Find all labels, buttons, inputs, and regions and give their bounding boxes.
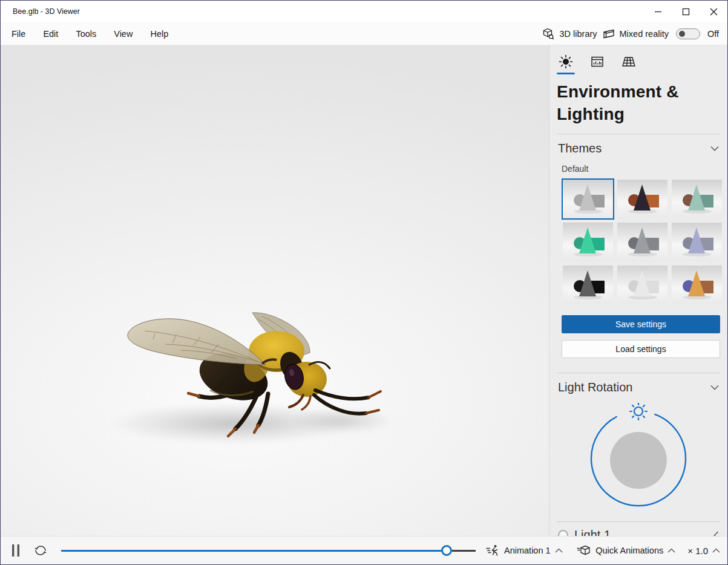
theme-thumbnail-warm-orange[interactable]: [616, 178, 669, 220]
theme-thumbnail-vivid[interactable]: [671, 264, 723, 305]
mixed-reality-state: Off: [707, 29, 719, 39]
chevron-up-icon[interactable]: [667, 548, 675, 553]
mixed-reality-icon: [602, 27, 615, 41]
quick-animations-selector[interactable]: Quick Animations: [576, 544, 675, 557]
themes-section-header[interactable]: Themes: [557, 134, 720, 162]
menu-items: File Edit Tools View Help: [1, 29, 186, 39]
chevron-down-icon: [710, 146, 719, 151]
title-bar: Bee.glb - 3D Viewer: [1, 1, 727, 22]
mixed-reality-toggle[interactable]: [676, 28, 700, 39]
themes-group-label: Default: [562, 164, 720, 174]
light-rotation-section-header[interactable]: Light Rotation: [557, 373, 720, 400]
menu-tools[interactable]: Tools: [76, 29, 96, 39]
load-settings-button[interactable]: Load settings: [562, 340, 720, 358]
themes-label: Themes: [558, 142, 602, 155]
light1-indicator[interactable]: [558, 530, 568, 536]
light-rotation-dial[interactable]: [587, 403, 690, 507]
theme-thumbnail-mid-gray[interactable]: [616, 221, 669, 263]
close-icon: [710, 8, 718, 16]
3d-library-label: 3D library: [559, 29, 597, 39]
quick-animations-icon: [576, 544, 591, 557]
grid-plane-icon: [621, 54, 637, 69]
timeline-slider[interactable]: [61, 544, 476, 557]
timeline-track-filled[interactable]: [61, 550, 447, 552]
chevron-up-icon[interactable]: [712, 548, 720, 553]
save-settings-button[interactable]: Save settings: [562, 315, 720, 333]
panel-title: Environment & Lighting: [557, 80, 720, 125]
menu-file[interactable]: File: [11, 29, 25, 39]
3d-library-button[interactable]: 3D library: [542, 27, 597, 41]
theme-thumbnail-black[interactable]: [562, 264, 614, 305]
close-button[interactable]: [700, 1, 727, 22]
sun-handle-icon: [630, 403, 647, 420]
tab-environment-lighting[interactable]: [557, 54, 575, 74]
window-controls: [644, 1, 727, 22]
timeline-track-remaining[interactable]: [452, 550, 476, 552]
active-tab-underline: [557, 73, 575, 74]
stats-icon: [590, 54, 605, 69]
3d-viewport[interactable]: [1, 45, 549, 536]
settings-panel: Environment & Lighting Themes Default Sa…: [549, 45, 727, 536]
theme-thumbnail-lavender[interactable]: [671, 221, 723, 263]
themes-grid: [562, 178, 720, 305]
app-window: Bee.glb - 3D Viewer File Edit Tools View…: [0, 0, 728, 565]
loop-button[interactable]: [33, 544, 48, 557]
playback-speed-label: × 1.0: [687, 546, 708, 556]
quick-animations-label: Quick Animations: [595, 546, 663, 555]
sun-icon: [559, 54, 573, 69]
theme-thumbnail-gray-default[interactable]: [562, 178, 614, 220]
menu-bar: File Edit Tools View Help 3D library M: [1, 22, 727, 45]
menu-edit[interactable]: Edit: [43, 29, 58, 39]
window-title: Bee.glb - 3D Viewer: [1, 7, 80, 16]
menu-help[interactable]: Help: [150, 29, 168, 39]
timeline-handle[interactable]: [441, 545, 452, 556]
panel-tabs: [557, 45, 720, 74]
running-animation-icon: [485, 544, 500, 557]
pause-button[interactable]: [11, 544, 20, 557]
light1-row[interactable]: Light 1: [557, 522, 720, 536]
minimize-button[interactable]: [644, 1, 672, 22]
theme-thumbnail-sage-teal[interactable]: [671, 178, 723, 220]
mixed-reality-label: Mixed reality: [620, 29, 669, 39]
chevron-up-icon[interactable]: [555, 548, 563, 553]
theme-thumbnail-green[interactable]: [562, 221, 614, 263]
light-rotation-label: Light Rotation: [558, 380, 632, 394]
mixed-reality-button[interactable]: Mixed reality: [602, 27, 669, 41]
playback-bar: Animation 1 Quick Animations × 1.0: [1, 536, 727, 564]
light-rotation-ring: [587, 403, 690, 507]
animation-label: Animation 1: [504, 546, 551, 555]
light1-label: Light 1: [574, 528, 611, 536]
maximize-button[interactable]: [672, 1, 700, 22]
toggle-knob: [679, 31, 685, 37]
tab-stats[interactable]: [588, 54, 606, 74]
tab-grid[interactable]: [620, 54, 638, 74]
animation-selector[interactable]: Animation 1: [485, 544, 563, 557]
3d-library-icon: [542, 27, 555, 41]
playback-speed-selector[interactable]: × 1.0: [687, 546, 720, 556]
bee-model[interactable]: [110, 299, 388, 457]
maximize-icon: [682, 8, 690, 16]
chevron-down-icon: [710, 385, 719, 390]
theme-thumbnail-white[interactable]: [616, 264, 669, 305]
pause-icon: [11, 544, 20, 557]
chevron-left-icon[interactable]: [713, 531, 719, 536]
minimize-icon: [654, 8, 662, 16]
menu-view[interactable]: View: [114, 29, 133, 39]
loop-icon: [33, 544, 48, 557]
